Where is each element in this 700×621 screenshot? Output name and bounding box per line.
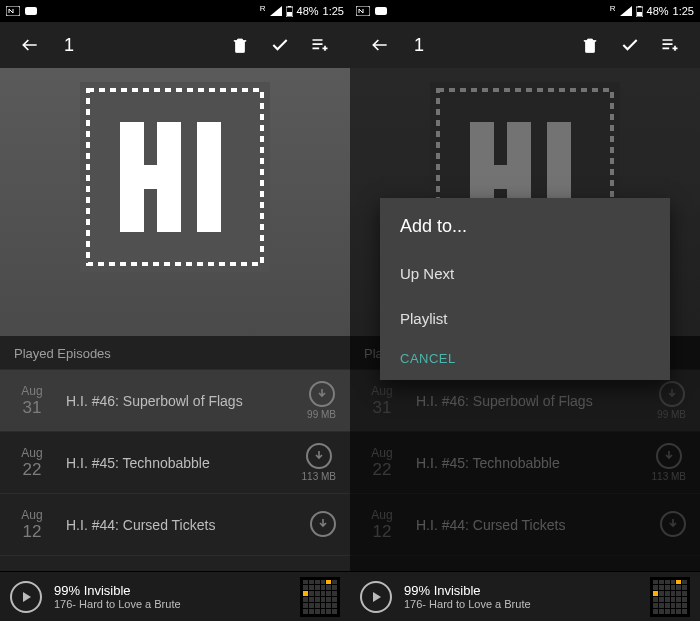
svg-rect-18 [470,165,531,189]
dialog-title: Add to... [400,216,650,237]
add-to-button[interactable] [650,25,690,65]
now-playing-episode: 176- Hard to Love a Brute [54,598,288,610]
download-button[interactable] [660,511,686,539]
nfc-icon [6,6,20,16]
podcast-artwork [80,82,270,272]
screen-left: R 48% 1:25 1 [0,0,350,621]
download-button[interactable] [310,511,336,539]
nfc-icon [356,6,370,16]
status-bar: R 48% 1:25 [350,0,700,22]
now-playing-show: 99% Invisible [54,583,288,598]
dialog-option-up-next[interactable]: Up Next [400,251,650,296]
selection-toolbar: 1 [0,22,350,68]
add-to-button[interactable] [300,25,340,65]
svg-rect-3 [288,6,291,7]
now-playing-bar[interactable]: 99% Invisible 176- Hard to Love a Brute [0,571,350,621]
play-button[interactable] [360,581,392,613]
selection-toolbar: 1 [350,22,700,68]
clock: 1:25 [323,5,344,17]
svg-rect-4 [287,12,292,16]
mark-played-button[interactable] [260,25,300,65]
section-header: Played Episodes [0,336,350,370]
battery-pct: 48% [297,5,319,17]
now-playing-thumb [650,577,690,617]
clock: 1:25 [673,5,694,17]
signal-icon [620,6,632,16]
selection-count: 1 [64,35,74,56]
net-type: R [260,4,266,13]
episode-row[interactable]: Aug12 H.I. #44: Cursed Tickets [350,494,700,556]
delete-button[interactable] [220,25,260,65]
now-playing-thumb [300,577,340,617]
episode-date: Aug 12 [14,508,50,542]
episode-date: Aug 22 [14,446,50,480]
screen-right: R 48% 1:25 1 Played Episo [350,0,700,621]
battery-icon [636,6,643,17]
episode-date: Aug 31 [14,384,50,418]
cast-icon [374,6,388,16]
download-button[interactable]: 113 MB [652,443,686,482]
mark-played-button[interactable] [610,25,650,65]
delete-button[interactable] [570,25,610,65]
battery-icon [286,6,293,17]
svg-rect-8 [120,165,181,189]
signal-icon [270,6,282,16]
cast-icon [24,6,38,16]
status-bar: R 48% 1:25 [0,0,350,22]
episode-title: H.I. #44: Cursed Tickets [66,517,294,533]
dialog-cancel-button[interactable]: CANCEL [400,351,456,366]
download-button[interactable]: 113 MB [302,443,336,482]
add-to-dialog: Add to... Up Next Playlist CANCEL [380,198,670,380]
dialog-option-playlist[interactable]: Playlist [400,296,650,341]
download-button[interactable]: 99 MB [307,381,336,420]
svg-rect-9 [197,122,221,232]
episode-title: H.I. #46: Superbowl of Flags [66,393,291,409]
net-type: R [610,4,616,13]
back-button[interactable] [360,25,400,65]
svg-rect-11 [375,7,387,15]
episode-row[interactable]: Aug22 H.I. #45: Technobabble 113 MB [350,432,700,494]
svg-rect-13 [638,6,641,7]
artwork-area [0,68,350,336]
episode-title: H.I. #45: Technobabble [66,455,286,471]
episode-row[interactable]: Aug 22 H.I. #45: Technobabble 113 MB [0,432,350,494]
svg-rect-1 [25,7,37,15]
now-playing-bar[interactable]: 99% Invisible176- Hard to Love a Brute [350,571,700,621]
episode-row[interactable]: Aug 31 H.I. #46: Superbowl of Flags 99 M… [0,370,350,432]
download-button[interactable]: 99 MB [657,381,686,420]
back-button[interactable] [10,25,50,65]
now-playing-info: 99% Invisible 176- Hard to Love a Brute [54,583,288,610]
selection-count: 1 [414,35,424,56]
play-button[interactable] [10,581,42,613]
battery-pct: 48% [647,5,669,17]
episode-row[interactable]: Aug 12 H.I. #44: Cursed Tickets [0,494,350,556]
svg-rect-14 [637,12,642,16]
